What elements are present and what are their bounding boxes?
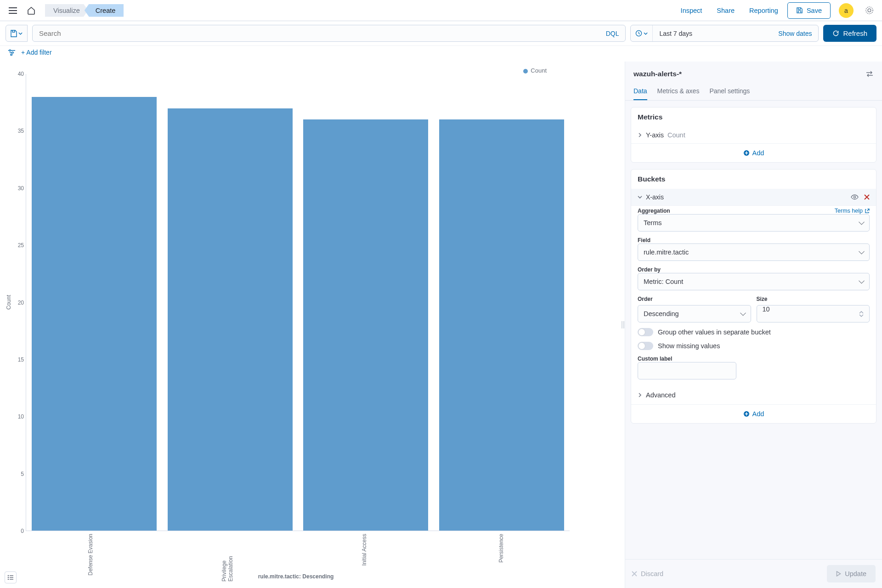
popout-icon [865,209,870,214]
ytick: 15 [18,356,24,363]
chevron-right-icon [638,133,642,137]
index-pattern-switch-icon[interactable] [864,68,876,80]
buckets-add-label: Add [752,410,764,418]
avatar[interactable]: a [839,3,854,18]
aggregation-select[interactable]: Terms [638,214,870,232]
legend-label: Count [531,67,547,74]
save-icon [796,7,803,14]
ytick: 40 [18,71,24,77]
discard-label: Discard [641,570,663,577]
newsfeed-icon[interactable] [862,3,876,18]
chevron-right-icon [638,393,642,397]
discard-button: Discard [632,570,663,577]
menu-toggle-icon[interactable] [6,3,20,18]
chevron-down-icon [644,32,648,35]
custom-label-input[interactable] [638,362,736,379]
inspect-link[interactable]: Inspect [675,4,708,17]
buckets-add-button[interactable]: Add [631,404,876,423]
home-icon[interactable] [24,3,39,18]
bucket-xaxis-label: X-axis [646,193,664,201]
chart-bar [168,108,293,531]
tab-data[interactable]: Data [633,84,647,100]
size-value: 10 [763,305,770,313]
date-range-text[interactable]: Last 7 days [653,25,772,41]
metric-yaxis-row[interactable]: Y-axis Count [631,127,876,143]
dql-toggle[interactable]: DQL [599,25,626,41]
size-input[interactable]: 10 [757,305,870,322]
order-select[interactable]: Descending [638,305,751,322]
add-filter-button[interactable]: + Add filter [21,49,52,56]
share-link[interactable]: Share [711,4,740,17]
tab-panel-settings[interactable]: Panel settings [709,84,750,100]
field-select[interactable]: rule.mitre.tactic [638,243,870,261]
ytick: 10 [18,413,24,420]
aggregation-label: Aggregation [638,208,670,214]
chart-bar [32,97,157,531]
saved-queries-button[interactable] [6,25,28,42]
custom-label-label: Custom label [638,356,672,362]
legend-toggle-button[interactable] [5,571,17,583]
list-icon [7,575,14,580]
bucket-delete-icon[interactable] [864,194,870,200]
field-label: Field [638,237,650,243]
svg-point-3 [9,50,11,51]
reporting-link[interactable]: Reporting [744,4,784,17]
group-other-label: Group other values in separate bucket [658,328,771,336]
bucket-visibility-icon[interactable] [851,194,859,200]
tab-metrics-axes[interactable]: Metrics & axes [657,84,700,100]
stepper-up-icon[interactable] [859,311,864,314]
show-dates-button[interactable]: Show dates [772,25,818,41]
filter-options-icon[interactable] [6,47,17,57]
chart-bar [439,119,564,531]
metric-yaxis-label: Y-axis [646,131,664,139]
ytick: 35 [18,128,24,134]
stepper-down-icon[interactable] [859,314,864,317]
y-axis-label: Count [5,295,13,310]
ytick: 25 [18,242,24,249]
group-other-toggle[interactable] [638,328,653,336]
svg-point-5 [10,54,11,55]
metrics-card: Metrics Y-axis Count Add [631,107,876,163]
plus-circle-icon [743,411,750,417]
legend-dot-icon [523,69,528,74]
order-label: Order [638,296,653,302]
resize-handle[interactable] [621,318,625,332]
ytick: 20 [18,300,24,306]
clock-icon [635,30,642,37]
date-quick-button[interactable] [631,25,653,41]
orderby-label: Order by [638,266,661,273]
save-button[interactable]: Save [787,2,831,19]
chart-legend: Count [5,67,616,74]
metrics-title: Metrics [631,107,876,127]
breadcrumb-visualize[interactable]: Visualize [45,4,88,17]
terms-help-link[interactable]: Terms help [835,208,870,214]
bar-plot [26,74,570,531]
metrics-add-button[interactable]: Add [631,143,876,162]
refresh-button[interactable]: Refresh [823,25,876,42]
advanced-label: Advanced [646,391,676,399]
svg-point-7 [8,577,9,578]
update-label: Update [845,570,866,577]
svg-point-10 [854,196,855,198]
index-pattern-selector[interactable]: wazuh-alerts-* [633,70,682,78]
bucket-xaxis-header[interactable]: X-axis [631,189,876,206]
chart-bar [303,119,428,531]
show-missing-toggle[interactable] [638,342,653,350]
advanced-toggle[interactable]: Advanced [631,386,876,404]
metrics-add-label: Add [752,149,764,157]
refresh-button-label: Refresh [843,29,867,37]
buckets-title: Buckets [631,170,876,189]
svg-point-0 [865,7,872,14]
breadcrumb-create[interactable]: Create [85,4,124,17]
orderby-select[interactable]: Metric: Count [638,273,870,290]
svg-point-8 [8,579,9,580]
y-axis-ticks: 0 5 10 15 20 25 30 35 40 [13,74,26,531]
breadcrumb: Visualize Create [45,4,124,17]
search-input[interactable] [33,25,599,41]
ytick: 0 [21,528,24,534]
disk-icon [11,30,17,37]
chart-area: Count Count 0 5 10 15 20 25 30 35 40 Def… [0,62,625,588]
close-icon [632,571,637,577]
save-button-label: Save [807,7,822,14]
metric-yaxis-sub-label: Count [667,131,685,139]
